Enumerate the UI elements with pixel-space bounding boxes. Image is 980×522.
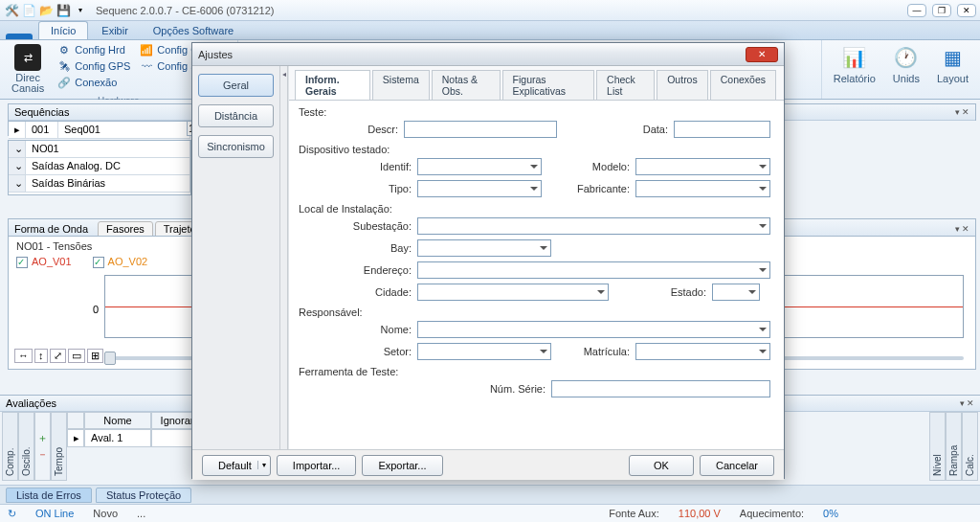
dialog-subtabs: Inform. Gerais Sistema Notas & Obs. Figu… (289, 66, 784, 101)
cidade-label: Cidade: (299, 286, 412, 298)
group-disp-label: Dispositivo testado: (299, 144, 770, 155)
nome-select[interactable] (417, 321, 770, 338)
matricula-select[interactable] (635, 343, 770, 360)
subest-label: Subestação: (299, 220, 412, 232)
ok-button[interactable]: OK (629, 455, 694, 476)
subtab-checklist[interactable]: Check List (596, 70, 655, 100)
endereco-label: Endereço: (299, 264, 412, 276)
subtab-inform-gerais[interactable]: Inform. Gerais (295, 70, 370, 100)
subtab-notas[interactable]: Notas & Obs. (432, 70, 501, 100)
cancelar-button[interactable]: Cancelar (700, 455, 774, 476)
subtab-figuras[interactable]: Figuras Explicativas (502, 70, 595, 100)
dialog-titlebar: Ajustes ✕ (192, 43, 784, 66)
tipo-select[interactable] (417, 180, 542, 197)
setor-label: Setor: (299, 346, 412, 357)
dialog-overlay: Ajustes ✕ Geral Distância Sincronismo ◂ … (0, 0, 980, 522)
identif-select[interactable] (417, 158, 542, 175)
nav-geral[interactable]: Geral (198, 74, 274, 97)
subtab-conexoes[interactable]: Conexões (710, 70, 776, 100)
descr-input[interactable] (404, 121, 557, 138)
default-button[interactable]: Default (202, 455, 271, 476)
serie-input[interactable] (551, 380, 770, 397)
bay-select[interactable] (417, 239, 551, 257)
data-input[interactable] (674, 121, 770, 138)
descr-label: Descr: (299, 124, 398, 135)
group-ferr-label: Ferramenta de Teste: (299, 366, 770, 377)
importar-button[interactable]: Importar... (277, 455, 357, 476)
group-resp-label: Responsável: (299, 306, 770, 318)
ajustes-dialog: Ajustes ✕ Geral Distância Sincronismo ◂ … (191, 42, 785, 479)
bay-label: Bay: (299, 242, 412, 254)
nome-label: Nome: (299, 324, 412, 335)
identif-label: Identif: (299, 161, 412, 172)
dialog-footer: Default Importar... Exportar... OK Cance… (192, 449, 784, 480)
fabricante-label: Fabricante: (547, 183, 630, 194)
group-local-label: Local de Instalação: (299, 203, 770, 215)
data-label: Data: (563, 124, 668, 135)
nav-sincronismo[interactable]: Sincronismo (198, 135, 274, 158)
subest-select[interactable] (417, 217, 770, 235)
endereco-select[interactable] (417, 261, 770, 279)
tipo-label: Tipo: (299, 183, 412, 194)
estado-label: Estado: (614, 286, 706, 298)
modelo-label: Modelo: (547, 161, 630, 172)
setor-select[interactable] (417, 343, 551, 360)
dialog-sidebar: Geral Distância Sincronismo (192, 66, 280, 449)
dialog-content: Inform. Gerais Sistema Notas & Obs. Figu… (288, 66, 784, 449)
form-area: Teste: Descr: Data: Dispositivo testado:… (289, 101, 784, 409)
modelo-select[interactable] (635, 158, 770, 175)
matricula-label: Matrícula: (557, 346, 630, 357)
fabricante-select[interactable] (635, 180, 770, 197)
serie-label: Núm. Série: (299, 383, 546, 395)
subtab-sistema[interactable]: Sistema (372, 70, 430, 100)
cidade-select[interactable] (417, 284, 609, 301)
subtab-outros[interactable]: Outros (657, 70, 708, 100)
collapse-handle[interactable]: ◂ (280, 66, 288, 449)
estado-select[interactable] (712, 284, 760, 301)
nav-distancia[interactable]: Distância (198, 104, 274, 127)
group-teste-label: Teste: (299, 106, 770, 118)
dialog-close-button[interactable]: ✕ (746, 47, 778, 62)
dialog-title: Ajustes (198, 49, 233, 60)
exportar-button[interactable]: Exportar... (362, 455, 442, 476)
